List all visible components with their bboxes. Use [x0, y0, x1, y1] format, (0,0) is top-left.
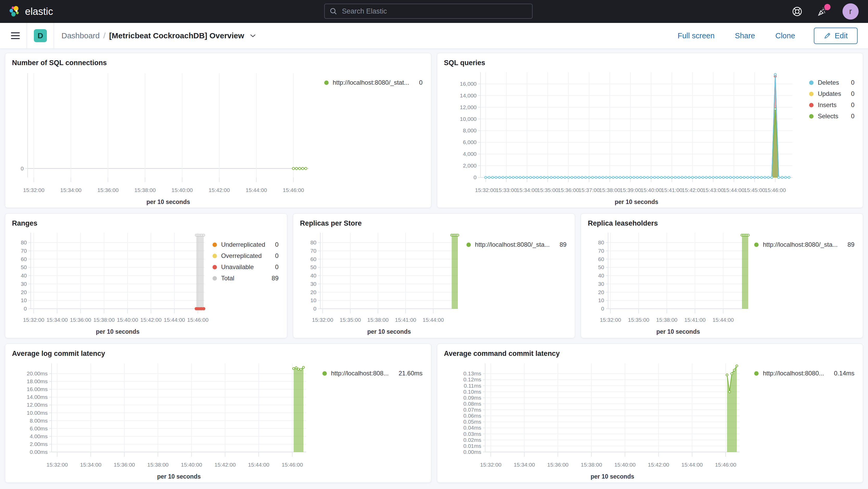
- svg-text:15:38:00: 15:38:00: [581, 462, 602, 468]
- news-feed-button[interactable]: [817, 6, 828, 17]
- elastic-logo-icon: [8, 5, 20, 18]
- svg-text:15:34:00: 15:34:00: [60, 187, 82, 193]
- full-screen-button[interactable]: Full screen: [676, 31, 716, 40]
- svg-text:40: 40: [310, 273, 316, 278]
- legend-value: 0: [841, 79, 855, 86]
- svg-text:15:40:00: 15:40:00: [172, 187, 193, 193]
- page-title[interactable]: [Metricbeat CockroachDB] Overview: [109, 31, 244, 40]
- breadcrumb-dashboard-link[interactable]: Dashboard: [61, 31, 100, 40]
- menu-button[interactable]: [9, 30, 27, 41]
- svg-text:15:42:00: 15:42:00: [141, 317, 162, 323]
- legend-item[interactable]: Overreplicated0: [213, 252, 279, 259]
- legend-item[interactable]: Underreplicated0: [213, 241, 279, 248]
- dashboard-badge[interactable]: D: [34, 29, 47, 42]
- svg-text:70: 70: [310, 248, 316, 254]
- svg-text:per 10 seconds: per 10 seconds: [615, 198, 658, 205]
- legend-item[interactable]: http://localhost:8080...0.14ms: [754, 370, 855, 377]
- legend-item[interactable]: Inserts0: [809, 101, 855, 109]
- sql-connections-chart[interactable]: 015:32:0015:34:0015:36:0015:38:0015:40:0…: [9, 68, 317, 207]
- panel-title[interactable]: SQL queries: [437, 53, 492, 68]
- log-commit-latency-chart[interactable]: 0.00ms2.00ms4.00ms6.00ms8.00ms10.00ms12.…: [9, 359, 314, 481]
- legend-item[interactable]: http://localhost:8080/_sta...89: [466, 241, 567, 248]
- svg-text:per 10 seconds: per 10 seconds: [367, 328, 411, 335]
- svg-text:15:43:00: 15:43:00: [702, 187, 724, 193]
- panel-title[interactable]: Average log commit latency: [5, 344, 112, 359]
- svg-text:10: 10: [21, 297, 27, 303]
- user-avatar[interactable]: r: [842, 3, 859, 20]
- svg-text:0.12ms: 0.12ms: [463, 376, 481, 383]
- divider: [27, 23, 27, 49]
- panel-title[interactable]: Ranges: [5, 214, 44, 229]
- svg-text:60: 60: [310, 256, 316, 262]
- party-popper-icon: [817, 14, 828, 18]
- svg-text:0: 0: [473, 174, 476, 180]
- svg-text:15:37:00: 15:37:00: [579, 187, 600, 193]
- legend-item[interactable]: http://localhost:808...21.60ms: [322, 370, 423, 377]
- chart-legend: Deletes0Updates0Inserts0Selects0: [809, 68, 858, 124]
- legend-item[interactable]: http://localhost:8080/_stat...0: [324, 79, 423, 86]
- svg-text:4,000: 4,000: [463, 151, 476, 157]
- panel-title[interactable]: Replicas per Store: [293, 214, 369, 229]
- share-button[interactable]: Share: [733, 31, 756, 40]
- title-menu-button[interactable]: [249, 33, 256, 38]
- global-search[interactable]: [324, 4, 533, 19]
- sql-queries-chart[interactable]: 02,0004,0006,0008,00010,00012,00014,0001…: [441, 68, 801, 207]
- legend-value: 89: [838, 241, 855, 248]
- legend-swatch-icon: [809, 103, 813, 107]
- top-navigation-bar: elastic: [0, 0, 868, 23]
- panel-title[interactable]: Replica leaseholders: [581, 214, 664, 229]
- elastic-brand[interactable]: elastic: [8, 5, 53, 18]
- legend-item[interactable]: Unavailable0: [213, 264, 279, 271]
- svg-text:4.00ms: 4.00ms: [30, 433, 48, 439]
- clone-button[interactable]: Clone: [774, 31, 797, 40]
- svg-text:15:40:00: 15:40:00: [614, 462, 636, 468]
- svg-text:15:38:00: 15:38:00: [367, 317, 389, 323]
- svg-text:15:35:00: 15:35:00: [537, 187, 558, 193]
- svg-text:15:40:00: 15:40:00: [117, 317, 138, 323]
- svg-text:0.04ms: 0.04ms: [463, 425, 481, 431]
- chart-legend: http://localhost:8080/_stat...0: [324, 68, 426, 90]
- svg-text:12,000: 12,000: [460, 104, 476, 110]
- svg-text:8.00ms: 8.00ms: [30, 418, 48, 424]
- svg-text:15:40:00: 15:40:00: [641, 187, 662, 193]
- svg-text:15:41:00: 15:41:00: [684, 317, 706, 323]
- brand-name: elastic: [25, 6, 53, 17]
- command-commit-latency-chart[interactable]: 0.00ms0.01ms0.02ms0.03ms0.04ms0.05ms0.06…: [441, 359, 747, 481]
- panel-title[interactable]: Average command commit latency: [437, 344, 567, 359]
- replicas-per-store-chart[interactable]: 0102030405060708015:32:0015:35:0015:38:0…: [298, 229, 462, 336]
- legend-item[interactable]: http://localhost:8080/_sta...89: [754, 241, 855, 248]
- svg-text:15:46:00: 15:46:00: [187, 317, 209, 323]
- panel-title[interactable]: Number of SQL connections: [5, 53, 114, 68]
- legend-item[interactable]: Deletes0: [809, 79, 855, 86]
- svg-text:50: 50: [310, 264, 316, 270]
- legend-swatch-icon: [809, 81, 813, 85]
- svg-text:15:46:00: 15:46:00: [283, 187, 304, 193]
- legend-swatch-icon: [754, 243, 758, 247]
- legend-label: Deletes: [818, 79, 839, 86]
- svg-text:0: 0: [601, 306, 604, 312]
- svg-text:0.10ms: 0.10ms: [463, 389, 481, 395]
- panel-average-command-commit-latency: Average command commit latency 0.00ms0.0…: [437, 344, 863, 483]
- svg-text:15:44:00: 15:44:00: [713, 317, 734, 323]
- svg-text:80: 80: [21, 239, 27, 245]
- help-button[interactable]: [792, 6, 802, 17]
- svg-text:15:38:00: 15:38:00: [147, 462, 169, 468]
- legend-label: Selects: [818, 113, 838, 120]
- chart-legend: Underreplicated0Overreplicated0Unavailab…: [213, 229, 282, 286]
- svg-text:2,000: 2,000: [463, 162, 476, 169]
- svg-text:15:38:00: 15:38:00: [656, 317, 678, 323]
- ranges-chart[interactable]: 0102030405060708015:32:0015:34:0015:36:0…: [9, 229, 210, 336]
- svg-text:15:45:00: 15:45:00: [744, 187, 765, 193]
- edit-button[interactable]: Edit: [814, 28, 858, 44]
- edit-button-label: Edit: [835, 32, 848, 40]
- legend-item[interactable]: Selects0: [809, 113, 855, 120]
- search-input[interactable]: [341, 7, 527, 16]
- legend-item[interactable]: Total89: [213, 275, 279, 282]
- legend-item[interactable]: Updates0: [809, 90, 855, 97]
- svg-text:per 10 seconds: per 10 seconds: [590, 473, 634, 480]
- svg-text:18.00ms: 18.00ms: [27, 378, 48, 384]
- legend-label: http://localhost:8080...: [763, 370, 824, 377]
- svg-text:0.02ms: 0.02ms: [463, 437, 481, 443]
- svg-text:per 10 seconds: per 10 seconds: [656, 328, 700, 335]
- replica-leaseholders-chart[interactable]: 0102030405060708015:32:0015:35:0015:38:0…: [585, 229, 752, 336]
